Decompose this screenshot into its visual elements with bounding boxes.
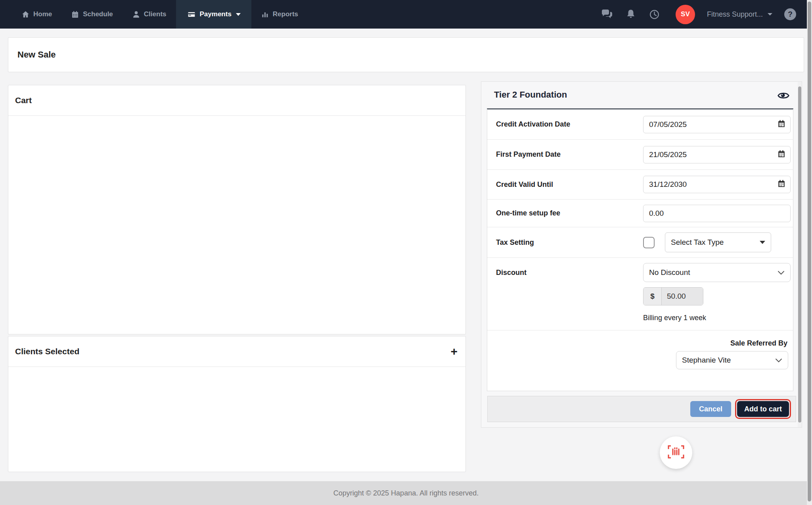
calendar-icon[interactable]	[777, 179, 786, 190]
discount-value: No Discount	[649, 268, 690, 277]
cart-title: Cart	[15, 96, 32, 105]
page-title-card: New Sale	[8, 37, 804, 72]
page-title: New Sale	[17, 50, 56, 60]
clients-selected-header: Clients Selected +	[8, 336, 465, 367]
discount-select[interactable]: No Discount	[643, 263, 791, 282]
discount-amount-input[interactable]: 50.00	[662, 288, 703, 305]
chevron-down-icon	[768, 13, 772, 15]
top-navbar: Home Schedule Clients Payments Report	[0, 0, 812, 29]
form-row-credit-valid: Credit Valid Until	[487, 170, 793, 200]
discount-amount-group: $ 50.00	[643, 287, 703, 305]
sale-panel-footer: Cancel Add to cart	[487, 396, 796, 422]
tax-checkbox[interactable]	[643, 237, 655, 248]
clock-icon[interactable]	[649, 8, 661, 20]
cart-panel: Cart	[8, 85, 466, 334]
sale-item-panel: Tier 2 Foundation Credit Activation Date…	[481, 81, 802, 428]
form-row-first-payment: First Payment Date	[487, 140, 793, 170]
panel-scrollbar-thumb[interactable]	[798, 86, 801, 422]
calendar-icon[interactable]	[777, 150, 786, 160]
home-icon	[21, 10, 30, 19]
form-row-credit-activation: Credit Activation Date	[487, 109, 793, 140]
billing-note: Billing every 1 week	[643, 314, 706, 322]
tax-setting-label: Tax Setting	[496, 238, 534, 247]
caret-down-icon	[760, 241, 765, 244]
barcode-scan-fab[interactable]	[660, 436, 692, 469]
nav-item-label: Payments	[200, 10, 232, 18]
credit-valid-input[interactable]	[643, 176, 791, 193]
cancel-button[interactable]: Cancel	[690, 401, 731, 417]
panel-scrollbar[interactable]	[798, 82, 802, 427]
tax-type-value: Select Tax Type	[671, 238, 724, 247]
form-row-sale-referred: Sale Referred By Stephanie Vite	[487, 330, 793, 391]
calendar-icon[interactable]	[777, 119, 786, 130]
nav-item-label: Home	[33, 10, 52, 18]
barcode-scan-icon	[667, 445, 685, 461]
bar-chart-icon	[261, 10, 269, 19]
sale-referred-select[interactable]: Stephanie Vite	[676, 351, 788, 369]
credit-activation-label: Credit Activation Date	[496, 120, 570, 129]
add-to-cart-button[interactable]: Add to cart	[737, 401, 789, 417]
credit-card-icon	[187, 10, 196, 19]
nav-item-payments[interactable]: Payments	[176, 0, 251, 29]
sale-referred-value: Stephanie Vite	[682, 356, 731, 365]
cart-header: Cart	[8, 85, 465, 116]
form-row-discount: Discount No Discount $ 50.00 Billing eve…	[487, 258, 793, 330]
bell-icon[interactable]	[625, 8, 637, 20]
page-scrollbar[interactable]	[807, 0, 812, 505]
calendar-icon	[71, 10, 79, 19]
chevron-down-icon	[778, 271, 785, 275]
footer: Copyright © 2025 Hapana. All rights rese…	[0, 481, 812, 505]
first-payment-input[interactable]	[643, 146, 791, 163]
setup-fee-input[interactable]	[643, 205, 791, 222]
avatar-initials: SV	[681, 10, 690, 18]
clients-selected-panel: Clients Selected +	[8, 336, 466, 472]
credit-valid-label: Credit Valid Until	[496, 180, 553, 189]
nav-item-label: Clients	[144, 10, 167, 18]
sale-item-title: Tier 2 Foundation	[494, 90, 567, 100]
chevron-down-icon	[775, 358, 782, 363]
currency-prefix: $	[643, 288, 662, 305]
copyright-text: Copyright © 2025 Hapana. All rights rese…	[333, 489, 479, 497]
highlight-ring: Add to cart	[735, 399, 791, 419]
avatar[interactable]: SV	[676, 5, 695, 24]
nav-item-clients[interactable]: Clients	[123, 0, 176, 29]
tax-type-select[interactable]: Select Tax Type	[665, 232, 771, 252]
form-row-tax-setting: Tax Setting Select Tax Type	[487, 227, 793, 258]
nav-item-label: Schedule	[83, 10, 113, 18]
page-scrollbar-thumb[interactable]	[808, 2, 811, 501]
eye-icon[interactable]	[777, 90, 790, 102]
nav-item-label: Reports	[273, 10, 298, 18]
first-payment-label: First Payment Date	[496, 150, 561, 159]
user-menu[interactable]: Fitness Support...	[707, 10, 772, 19]
add-client-button[interactable]: +	[450, 346, 458, 357]
person-icon	[132, 10, 140, 19]
help-glyph: ?	[788, 10, 793, 19]
sale-referred-label: Sale Referred By	[730, 339, 788, 348]
nav-right-tools: SV Fitness Support... ?	[601, 0, 812, 29]
form-row-setup-fee: One-time setup fee	[487, 200, 793, 227]
help-icon[interactable]: ?	[784, 8, 796, 20]
user-name-label: Fitness Support...	[707, 10, 763, 19]
chat-icon[interactable]	[601, 8, 613, 20]
chevron-down-icon	[236, 13, 241, 16]
setup-fee-label: One-time setup fee	[496, 209, 560, 217]
clients-selected-title: Clients Selected	[15, 347, 79, 356]
discount-label: Discount	[496, 269, 527, 277]
sale-item-form: Credit Activation Date First Payment Dat…	[487, 108, 793, 391]
nav-item-home[interactable]: Home	[12, 0, 61, 29]
nav-item-reports[interactable]: Reports	[251, 0, 308, 29]
nav-items: Home Schedule Clients Payments Report	[12, 0, 308, 29]
nav-item-schedule[interactable]: Schedule	[61, 0, 123, 29]
credit-activation-input[interactable]	[643, 116, 791, 133]
